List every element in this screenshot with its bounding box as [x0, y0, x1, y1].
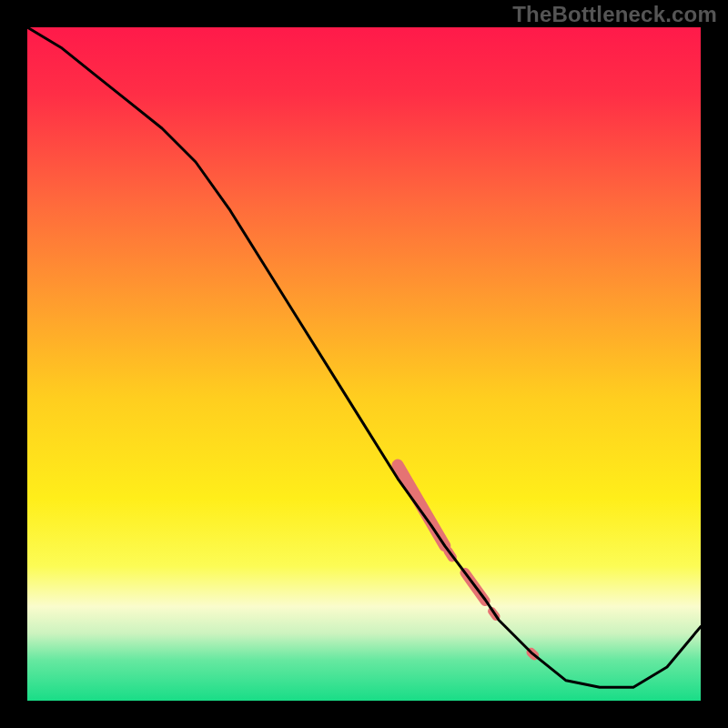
- watermark-text: TheBottleneck.com: [512, 2, 717, 27]
- chart-container: TheBottleneck.com: [0, 0, 728, 728]
- chart-svg: [0, 0, 728, 728]
- plot-background: [27, 27, 701, 701]
